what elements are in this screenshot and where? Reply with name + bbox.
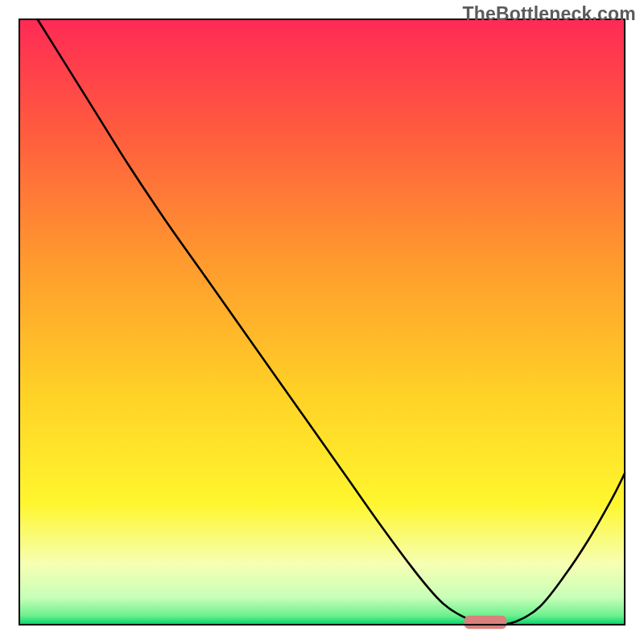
gradient-background [19,19,625,625]
bottleneck-chart [0,0,644,644]
watermark-text: TheBottleneck.com [462,3,636,25]
chart-container: TheBottleneck.com [0,0,644,644]
optimal-marker [464,616,507,630]
